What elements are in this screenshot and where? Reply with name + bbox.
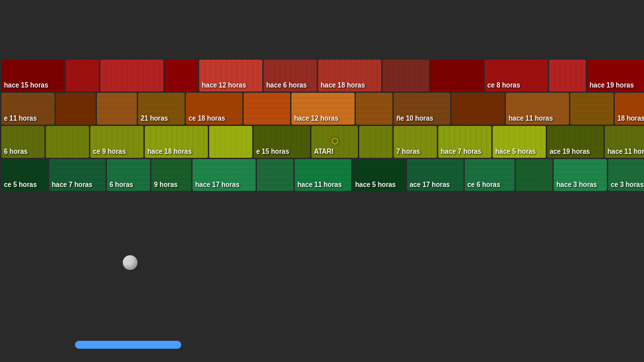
list-item[interactable]: hace 11 horas: [506, 93, 569, 125]
list-item[interactable]: ce 5 horas: [1, 159, 48, 191]
brick-timestamp-label: e 15 horas: [256, 148, 289, 155]
list-item[interactable]: hace 18 horas: [145, 126, 208, 158]
brick-timestamp-label: 9 horas: [154, 181, 178, 188]
list-item[interactable]: [359, 126, 392, 158]
list-item[interactable]: ce 6 horas: [465, 159, 515, 191]
list-item[interactable]: hace 5 horas: [493, 126, 546, 158]
list-item[interactable]: ce 18 horas: [186, 93, 242, 125]
list-item[interactable]: hace 12 horas: [199, 60, 262, 91]
brick-timestamp-label: hace 15 horas: [4, 82, 48, 89]
list-item[interactable]: hace 7 horas: [49, 159, 106, 191]
list-item[interactable]: ñe 10 horas: [394, 93, 450, 125]
list-item[interactable]: [46, 126, 89, 158]
list-item[interactable]: hace 6 horas: [264, 60, 317, 91]
list-item[interactable]: [56, 93, 96, 125]
list-item[interactable]: hace 7 horas: [438, 126, 491, 158]
brick-row-1: hace 15 horashace 12 horashace 6 horasha…: [0, 60, 644, 91]
brick-row-2: e 11 horas21 horasce 18 horashace 12 hor…: [0, 93, 644, 125]
list-item[interactable]: [244, 93, 290, 125]
brick-timestamp-label: hace 19 horas: [590, 82, 634, 89]
brick-timestamp-label: hace 11 horas: [509, 115, 553, 122]
list-item[interactable]: 21 horas: [138, 93, 185, 125]
brick-timestamp-label: ATARI: [314, 148, 333, 155]
list-item[interactable]: hace 17 horas: [193, 159, 256, 191]
brick-timestamp-label: 21 horas: [141, 115, 168, 122]
brick-timestamp-label: hace 17 horas: [195, 181, 240, 188]
brick-timestamp-label: 7 horas: [396, 148, 420, 155]
brick-timestamp-label: hace 7 horas: [52, 181, 92, 188]
brick-timestamp-label: ñe 10 horas: [396, 115, 434, 122]
list-item[interactable]: ace 19 horas: [547, 126, 604, 158]
brick-timestamp-label: hace 12 horas: [294, 115, 339, 122]
list-item[interactable]: ce 3 horas: [608, 159, 644, 191]
brick-timestamp-label: hace 11 horas: [297, 181, 342, 188]
list-item[interactable]: e 15 horas: [254, 126, 310, 158]
list-item[interactable]: 6 horas: [1, 126, 44, 158]
list-item[interactable]: ce 8 horas: [485, 60, 548, 91]
brick-timestamp-label: hace 7 horas: [441, 148, 481, 155]
brick-timestamp-label: ce 6 horas: [467, 181, 500, 188]
brick-timestamp-label: ce 5 horas: [4, 181, 37, 188]
list-item[interactable]: [66, 60, 99, 91]
brick-timestamp-label: 6 horas: [4, 148, 28, 155]
list-item[interactable]: hace 11 horas: [605, 126, 644, 158]
brick-timestamp-label: e 11 horas: [4, 115, 37, 122]
brick-timestamp-label: hace 18 horas: [321, 82, 365, 89]
list-item[interactable]: 7 horas: [394, 126, 437, 158]
brick-row-4: ce 5 horashace 7 horas6 horas9 horashace…: [0, 159, 644, 191]
list-item[interactable]: [516, 159, 552, 191]
list-item[interactable]: hace 15 horas: [1, 60, 64, 91]
brick-timestamp-label: hace 18 horas: [147, 148, 192, 155]
brick-timestamp-label: ce 3 horas: [611, 181, 643, 188]
brick-timestamp-label: ce 9 horas: [93, 148, 125, 155]
list-item[interactable]: ⬡ATARI: [311, 126, 358, 158]
list-item[interactable]: hace 11 horas: [295, 159, 351, 191]
list-item[interactable]: ace 17 horas: [407, 159, 463, 191]
list-item[interactable]: hace 19 horas: [587, 60, 644, 91]
bricks-container: hace 15 horashace 12 horashace 6 horasha…: [0, 60, 644, 191]
brick-timestamp-label: ace 17 horas: [410, 181, 450, 188]
list-item[interactable]: 18 horas: [615, 93, 644, 125]
paddle: [75, 341, 181, 349]
brick-row-3: 6 horasce 9 horashace 18 horase 15 horas…: [0, 126, 644, 158]
ball: [123, 255, 137, 270]
brick-timestamp-label: hace 11 horas: [607, 148, 644, 155]
list-item[interactable]: e 11 horas: [1, 93, 54, 125]
list-item[interactable]: [570, 93, 613, 125]
list-item[interactable]: [97, 93, 137, 125]
brick-timestamp-label: hace 12 horas: [202, 82, 246, 89]
brick-timestamp-label: ce 8 horas: [487, 82, 520, 89]
list-item[interactable]: [257, 159, 293, 191]
brick-timestamp-label: ace 19 horas: [550, 148, 590, 155]
list-item[interactable]: 6 horas: [107, 159, 150, 191]
list-item[interactable]: [451, 93, 505, 125]
list-item[interactable]: [356, 93, 392, 125]
brick-timestamp-label: hace 5 horas: [355, 181, 396, 188]
list-item[interactable]: [165, 60, 198, 91]
brick-timestamp-label: ce 18 horas: [189, 115, 225, 122]
list-item[interactable]: hace 18 horas: [318, 60, 381, 91]
list-item[interactable]: [430, 60, 483, 91]
brick-timestamp-label: 6 horas: [110, 181, 133, 188]
list-item[interactable]: hace 5 horas: [353, 159, 406, 191]
brick-timestamp-label: hace 3 horas: [556, 181, 597, 188]
list-item[interactable]: ce 9 horas: [90, 126, 143, 158]
list-item[interactable]: hace 12 horas: [291, 93, 355, 125]
brick-timestamp-label: hace 6 horas: [266, 82, 307, 89]
list-item[interactable]: hace 3 horas: [554, 159, 607, 191]
list-item[interactable]: [209, 126, 252, 158]
list-item[interactable]: 9 horas: [151, 159, 191, 191]
brick-timestamp-label: hace 5 horas: [495, 148, 536, 155]
list-item[interactable]: [549, 60, 586, 91]
list-item[interactable]: [100, 60, 163, 91]
brick-timestamp-label: 18 horas: [617, 115, 644, 122]
list-item[interactable]: [382, 60, 429, 91]
